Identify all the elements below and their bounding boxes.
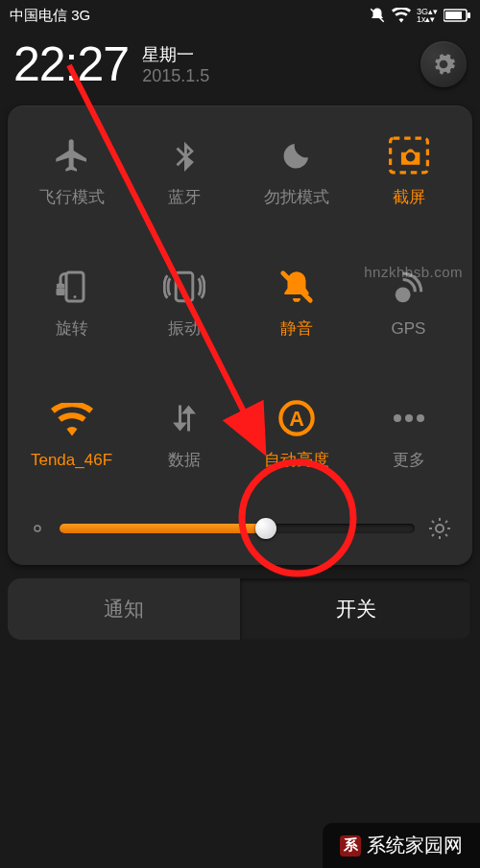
slider-thumb[interactable] bbox=[255, 518, 276, 539]
bell-mute-icon bbox=[278, 268, 315, 306]
tile-label: 飞行模式 bbox=[39, 186, 105, 208]
svg-line-24 bbox=[445, 534, 447, 536]
carrier-label: 中国电信 3G bbox=[10, 7, 90, 25]
gear-icon bbox=[431, 52, 456, 77]
vibration-toggle[interactable]: 振动 bbox=[128, 266, 240, 340]
svg-point-11 bbox=[395, 287, 410, 302]
brightness-row bbox=[8, 509, 472, 548]
status-icons: 3G▴▾1x▴▾ bbox=[369, 7, 470, 24]
status-bar: 中国电信 3G 3G▴▾1x▴▾ bbox=[0, 0, 480, 31]
tile-label: 旋转 bbox=[56, 317, 88, 340]
tile-label: 截屏 bbox=[393, 186, 425, 208]
tile-label: GPS bbox=[392, 319, 426, 339]
svg-line-25 bbox=[432, 534, 434, 536]
svg-point-14 bbox=[394, 414, 401, 422]
footer-brand-label: 系统家园网 bbox=[367, 833, 463, 858]
svg-point-17 bbox=[35, 526, 40, 531]
quick-settings-panel: 飞行模式 蓝牙 勿扰模式 截屏 旋转 振动 静音 GPS bbox=[8, 106, 472, 565]
date-label: 2015.1.5 bbox=[142, 66, 209, 86]
slider-fill bbox=[60, 524, 266, 533]
auto-brightness-toggle[interactable]: A 自动亮度 bbox=[240, 397, 352, 471]
brightness-slider[interactable] bbox=[60, 509, 415, 548]
screenshot-toggle[interactable]: 截屏 bbox=[352, 134, 465, 208]
svg-text:A: A bbox=[289, 407, 304, 431]
svg-rect-2 bbox=[445, 12, 462, 19]
data-arrows-icon bbox=[167, 400, 202, 436]
tile-label: 静音 bbox=[280, 317, 313, 340]
mobile-data-toggle[interactable]: 数据 bbox=[128, 397, 240, 471]
bluetooth-icon bbox=[168, 136, 201, 175]
tile-label: 更多 bbox=[393, 449, 425, 471]
footer-watermark: 系 系统家园网 bbox=[323, 823, 480, 868]
wifi-toggle[interactable]: Tenda_46F bbox=[15, 397, 128, 471]
mute-status-icon bbox=[369, 7, 386, 24]
wifi-status-icon bbox=[392, 8, 411, 23]
wifi-icon bbox=[51, 403, 93, 437]
clock-time: 22:27 bbox=[13, 36, 129, 92]
svg-line-23 bbox=[432, 521, 434, 523]
rotation-toggle[interactable]: 旋转 bbox=[15, 266, 128, 340]
more-toggle[interactable]: 更多 bbox=[352, 397, 465, 471]
weekday-label: 星期一 bbox=[142, 43, 209, 66]
battery-icon bbox=[444, 9, 470, 22]
dnd-toggle[interactable]: 勿扰模式 bbox=[240, 134, 352, 208]
vibration-icon bbox=[163, 268, 205, 306]
svg-point-16 bbox=[417, 414, 424, 422]
airplane-icon bbox=[53, 136, 91, 175]
more-dots-icon bbox=[390, 412, 428, 424]
brightness-low-icon bbox=[29, 520, 46, 537]
tile-label: 蓝牙 bbox=[168, 186, 201, 208]
gps-toggle[interactable]: GPS bbox=[352, 266, 465, 340]
tab-toggles[interactable]: 开关 bbox=[240, 578, 472, 640]
auto-brightness-icon: A bbox=[277, 399, 316, 437]
gps-icon bbox=[391, 270, 427, 307]
brightness-high-icon bbox=[428, 517, 451, 540]
screenshot-icon bbox=[389, 136, 429, 175]
svg-rect-3 bbox=[468, 12, 470, 18]
svg-point-6 bbox=[73, 295, 76, 298]
header: 22:27 星期一 2015.1.5 bbox=[0, 31, 480, 106]
tile-label: Tenda_46F bbox=[31, 451, 112, 470]
tab-notifications[interactable]: 通知 bbox=[8, 578, 240, 640]
rotation-lock-icon bbox=[52, 268, 92, 306]
svg-point-15 bbox=[405, 414, 413, 422]
bluetooth-toggle[interactable]: 蓝牙 bbox=[128, 134, 240, 208]
svg-rect-4 bbox=[390, 138, 427, 173]
svg-point-9 bbox=[182, 295, 185, 298]
svg-line-26 bbox=[445, 521, 447, 523]
tile-label: 数据 bbox=[168, 449, 201, 471]
footer-logo-icon: 系 bbox=[340, 835, 361, 856]
svg-point-18 bbox=[436, 525, 444, 532]
settings-button[interactable] bbox=[420, 41, 467, 87]
moon-icon bbox=[279, 138, 314, 173]
mute-toggle[interactable]: 静音 bbox=[240, 266, 352, 340]
tile-label: 振动 bbox=[168, 317, 201, 340]
network-3g-icon: 3G▴▾1x▴▾ bbox=[417, 8, 438, 23]
airplane-mode-toggle[interactable]: 飞行模式 bbox=[15, 134, 128, 208]
bottom-tabs: 通知 开关 bbox=[8, 578, 472, 640]
svg-rect-7 bbox=[56, 289, 64, 296]
tile-label: 勿扰模式 bbox=[264, 186, 329, 208]
tile-label: 自动亮度 bbox=[264, 449, 329, 471]
